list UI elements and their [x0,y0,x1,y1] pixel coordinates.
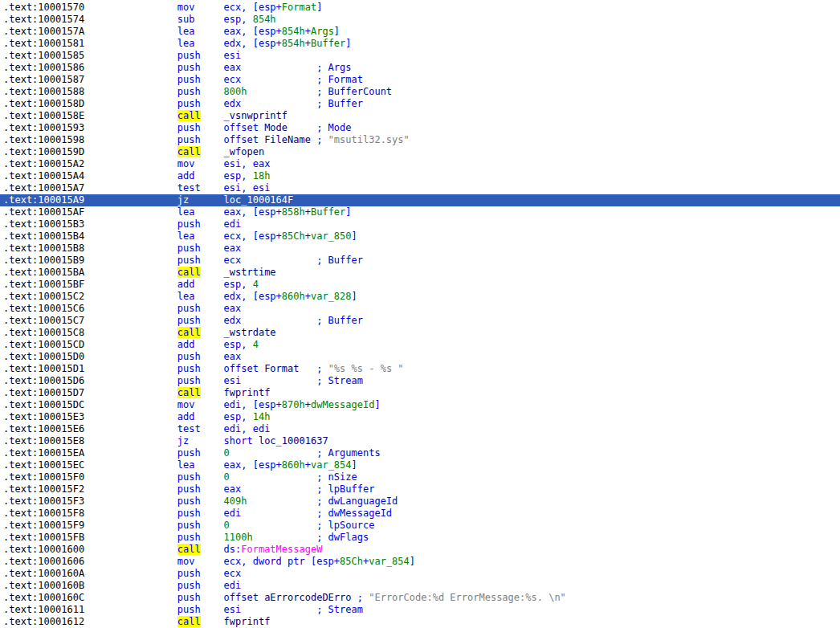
address[interactable]: .text:100015B9 [3,255,84,266]
symbol-name[interactable]: aErrorcodeDErro [264,592,351,603]
symbol-name[interactable]: _wfopen [224,146,265,157]
address[interactable]: .text:100015FB [3,532,84,543]
disasm-line[interactable]: .text:1000158D push edx ; Buffer [0,98,840,110]
address[interactable]: .text:100015E8 [3,435,84,447]
address[interactable]: .text:100015C6 [3,303,84,314]
address[interactable]: .text:100015B3 [3,218,84,230]
address[interactable]: .text:10001600 [3,544,84,555]
disasm-line[interactable]: .text:10001585 push esi [0,50,840,62]
disassembly-view[interactable]: .text:10001570 mov ecx, [esp+Format].tex… [0,0,840,628]
import-name[interactable]: FormatMessageW [241,544,322,555]
address[interactable]: .text:10001585 [3,50,84,61]
disasm-line[interactable]: .text:10001570 mov ecx, [esp+Format] [0,2,840,14]
disasm-line[interactable]: .text:10001588 push 800h ; BufferCount [0,86,840,98]
disasm-line[interactable]: .text:100015F9 push 0 ; lpSource [0,520,840,532]
address[interactable]: .text:100015DC [3,399,84,410]
disasm-line[interactable]: .text:100015F0 push 0 ; nSize [0,471,840,483]
local-var-name[interactable]: Buffer [311,38,345,49]
address[interactable]: .text:100015F9 [3,520,84,531]
address[interactable]: .text:1000158D [3,98,84,109]
symbol-name[interactable]: loc_10001637 [259,435,328,447]
address[interactable]: .text:100015CD [3,339,84,350]
local-var-name[interactable]: Args [311,26,334,37]
symbol-name[interactable]: _wstrdate [224,327,276,338]
address[interactable]: .text:1000157A [3,26,84,37]
disasm-line[interactable]: .text:100015C8 call _wstrdate [0,327,840,339]
disasm-line[interactable]: .text:100015BF add esp, 4 [0,279,840,291]
address[interactable]: .text:100015B4 [3,230,84,242]
disasm-line[interactable]: .text:10001581 lea edx, [esp+854h+Buffer… [0,38,840,50]
address[interactable]: .text:100015A2 [3,158,84,169]
local-var-name[interactable]: var_854 [311,459,352,471]
disasm-line[interactable]: .text:100015B3 push edi [0,218,840,230]
disasm-line[interactable]: .text:100015D1 push offset Format ; "%s … [0,363,840,375]
disasm-line[interactable]: .text:100015C7 push edx ; Buffer [0,315,840,327]
disasm-line[interactable]: .text:10001586 push eax ; Args [0,62,840,74]
disasm-line[interactable]: .text:10001587 push ecx ; Format [0,74,840,86]
address[interactable]: .text:100015BA [3,267,84,278]
address[interactable]: .text:100015D0 [3,351,84,362]
disasm-line[interactable]: .text:100015A7 test esi, esi [0,182,840,194]
disasm-line[interactable]: .text:100015A4 add esp, 18h [0,170,840,182]
address[interactable]: .text:1000158E [3,110,84,121]
address[interactable]: .text:10001587 [3,74,84,85]
disasm-line[interactable]: .text:100015B9 push ecx ; Buffer [0,255,840,267]
address[interactable]: .text:1000160A [3,568,84,579]
address[interactable]: .text:1000160C [3,592,84,603]
local-var-name[interactable]: var_850 [311,230,352,242]
symbol-name[interactable]: fwprintf [224,616,271,627]
address[interactable]: .text:10001606 [3,556,84,567]
disasm-line[interactable]: .text:1000158E call _vsnwprintf [0,110,840,122]
symbol-name[interactable]: loc_1000164F [224,194,294,206]
local-var-name[interactable]: var_854 [369,556,410,567]
address[interactable]: .text:100015C2 [3,291,84,302]
local-var-name[interactable]: Format [282,2,316,13]
disasm-line[interactable]: .text:1000160A push ecx [0,568,840,580]
disasm-line[interactable]: .text:100015DC mov edi, [esp+870h+dwMess… [0,399,840,411]
disasm-line[interactable]: .text:100015D6 push esi ; Stream [0,375,840,387]
disasm-line[interactable]: .text:100015E8 jz short loc_10001637 [0,435,840,447]
symbol-name[interactable]: _wstrtime [224,267,276,278]
address[interactable]: .text:100015E3 [3,411,84,422]
symbol-name[interactable]: Format [264,363,299,374]
address[interactable]: .text:10001586 [3,62,84,73]
disasm-line[interactable]: .text:100015CD add esp, 4 [0,339,840,351]
address[interactable]: .text:100015C8 [3,327,84,338]
address[interactable]: .text:100015EA [3,447,84,459]
address[interactable]: .text:10001598 [3,134,84,145]
disasm-line[interactable]: .text:100015B4 lea ecx, [esp+85Ch+var_85… [0,230,840,243]
disasm-line[interactable]: .text:1000157A lea eax, [esp+854h+Args] [0,26,840,38]
address[interactable]: .text:100015F3 [3,495,84,507]
disasm-line[interactable]: .text:100015AF lea eax, [esp+858h+Buffer… [0,206,840,218]
disasm-line[interactable]: .text:100015E3 add esp, 14h [0,411,840,423]
disasm-line[interactable]: .text:100015F2 push eax ; lpBuffer [0,483,840,495]
local-var-name[interactable]: Buffer [311,206,345,218]
address[interactable]: .text:100015F2 [3,483,84,495]
address[interactable]: .text:100015E6 [3,423,84,434]
address[interactable]: .text:100015A4 [3,170,84,181]
disasm-line[interactable]: .text:1000160B push edi [0,580,840,592]
address[interactable]: .text:100015BF [3,279,84,290]
address[interactable]: .text:100015D6 [3,375,84,386]
symbol-name[interactable]: FileName [264,134,311,145]
disasm-line[interactable]: .text:1000160C push offset aErrorcodeDEr… [0,592,840,604]
address[interactable]: .text:1000160B [3,580,84,591]
disasm-line[interactable]: .text:100015F3 push 409h ; dwLanguageId [0,495,840,508]
disasm-line[interactable]: .text:100015C6 push eax [0,303,840,315]
disasm-line[interactable]: .text:100015BA call _wstrtime [0,267,840,279]
address[interactable]: .text:100015A9 [3,194,84,206]
address[interactable]: .text:100015D1 [3,363,84,374]
address[interactable]: .text:10001581 [3,38,84,49]
disasm-line[interactable]: .text:100015A2 mov esi, eax [0,158,840,170]
address[interactable]: .text:10001574 [3,14,84,25]
disasm-line[interactable]: .text:10001606 mov ecx, dword ptr [esp+8… [0,556,840,568]
disasm-line[interactable]: .text:100015D7 call fwprintf [0,387,840,399]
disasm-line[interactable]: .text:10001593 push offset Mode ; Mode [0,122,840,134]
address[interactable]: .text:100015AF [3,206,84,218]
disasm-line[interactable]: .text:10001598 push offset FileName ; "m… [0,134,840,146]
disasm-line[interactable]: .text:1000159D call _wfopen [0,146,840,158]
address[interactable]: .text:100015D7 [3,387,84,398]
address[interactable]: .text:100015B8 [3,243,84,254]
disasm-line[interactable]: .text:100015F8 push edi ; dwMessageId [0,508,840,520]
local-var-name[interactable]: dwMessageId [311,399,374,410]
